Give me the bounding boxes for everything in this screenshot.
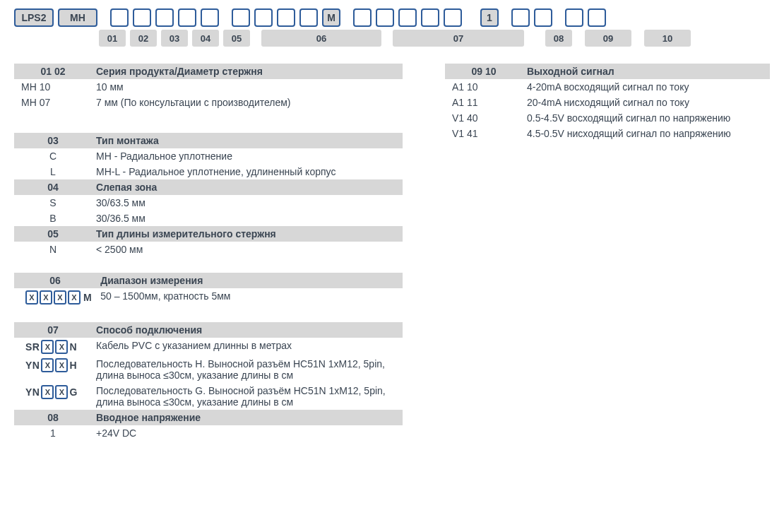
sec07-r2-pre: YN bbox=[25, 360, 40, 371]
section-03: 03Тип монтажа CMH - Радиальное уплотнени… bbox=[14, 133, 403, 179]
sec03-r1v: MH - Радиальное уплотнение bbox=[92, 148, 403, 164]
label-06: 06 bbox=[261, 30, 381, 47]
code-box-1-filled: 1 bbox=[480, 8, 499, 27]
code-box-10 bbox=[277, 8, 295, 27]
sec03-r2v: MH-L - Радиальное уплотнение, удлиненный… bbox=[92, 164, 403, 179]
sec06-hkey: 06 bbox=[14, 273, 96, 288]
sec08-r1k: 1 bbox=[14, 425, 92, 441]
code-box-9 bbox=[254, 8, 273, 27]
sec08-hkey: 08 bbox=[14, 410, 92, 425]
code-box-11 bbox=[299, 8, 318, 27]
sec07-r2-x2: X bbox=[55, 358, 68, 372]
sec05-hkey: 05 bbox=[14, 226, 92, 242]
code-box-22 bbox=[565, 8, 583, 27]
sec0910-r4k: V1 41 bbox=[445, 126, 523, 141]
sec07-r1-post: N bbox=[69, 341, 77, 353]
label-02: 02 bbox=[130, 30, 157, 47]
sec0910-htitle: Выходной сигнал bbox=[523, 64, 770, 79]
code-box-mh: MH bbox=[58, 8, 97, 27]
sec07-r2k: YN X X H bbox=[14, 356, 92, 383]
code-box-lps2: LPS2 bbox=[14, 8, 54, 27]
sec06-r1v: 50 – 1500мм, кратность 5мм bbox=[96, 288, 403, 307]
sec07-r3v: Последовательность G. Выносной разъём HC… bbox=[92, 383, 403, 410]
section-05: 05Тип длины измерительного стержня N< 25… bbox=[14, 226, 403, 257]
sec0102-r2v: 7 мм (По консультации с производителем) bbox=[92, 95, 403, 110]
sec07-r3-x2: X bbox=[55, 385, 68, 399]
sec07-hkey: 07 bbox=[14, 322, 92, 338]
sec06-x2: X bbox=[40, 290, 52, 305]
sec07-r3k: YN X X G bbox=[14, 383, 92, 410]
sec0102-htitle: Серия продукта/Диаметр стержня bbox=[92, 64, 403, 79]
sec04-r2k: B bbox=[14, 211, 92, 226]
sec0910-r4v: 4.5-0.5V нисходящий сигнал по напряжению bbox=[523, 126, 770, 141]
code-box-13 bbox=[353, 8, 372, 27]
sec07-r1-x2: X bbox=[55, 340, 68, 354]
code-box-15 bbox=[398, 8, 417, 27]
section-06: 06Диапазон измерения X X X X M 50 – 1500… bbox=[14, 273, 403, 307]
sec03-r2k: L bbox=[14, 164, 92, 179]
code-boxes-row1: LPS2 MH M 1 bbox=[14, 8, 770, 27]
sec07-r2-post: H bbox=[69, 360, 77, 371]
sec0102-hkey: 01 02 bbox=[14, 64, 92, 79]
label-09: 09 bbox=[585, 30, 631, 47]
sec07-r1-x1: X bbox=[41, 340, 54, 354]
sec04-hkey: 04 bbox=[14, 179, 92, 195]
sec06-x1: X bbox=[25, 290, 38, 305]
sec07-htitle: Способ подключения bbox=[92, 322, 403, 338]
code-box-21 bbox=[534, 8, 552, 27]
sec06-x3: X bbox=[54, 290, 66, 305]
code-box-23 bbox=[588, 8, 606, 27]
sec03-htitle: Тип монтажа bbox=[92, 133, 403, 148]
sec05-htitle: Тип длины измерительного стержня bbox=[92, 226, 403, 242]
sec07-r1k: SR X X N bbox=[14, 338, 92, 356]
sec0910-r1k: A1 10 bbox=[445, 79, 523, 95]
label-04: 04 bbox=[192, 30, 219, 47]
sec06-x4: X bbox=[68, 290, 81, 305]
sec04-r1v: 30/63.5 мм bbox=[92, 195, 403, 211]
code-box-7 bbox=[201, 8, 219, 27]
section-07: 07Способ подключения SR X X N Кабель PVC… bbox=[14, 322, 403, 410]
code-box-m: M bbox=[322, 8, 340, 27]
sec05-r1k: N bbox=[14, 242, 92, 257]
sec03-r1k: C bbox=[14, 148, 92, 164]
section-01-02: 01 02Серия продукта/Диаметр стержня MH 1… bbox=[14, 64, 403, 110]
sec06-htitle: Диапазон измерения bbox=[96, 273, 403, 288]
sec07-r1-pre: SR bbox=[25, 341, 40, 353]
code-box-16 bbox=[421, 8, 439, 27]
sec0102-r1v: 10 мм bbox=[92, 79, 403, 95]
section-09-10: 09 10Выходной сигнал A1 104-20mA восходя… bbox=[445, 64, 770, 141]
sec0910-hkey: 09 10 bbox=[445, 64, 523, 79]
sec0910-r3v: 0.5-4.5V восходящий сигнал по напряжению bbox=[523, 110, 770, 126]
code-box-17 bbox=[444, 8, 462, 27]
sec07-r2-x1: X bbox=[41, 358, 54, 372]
label-08: 08 bbox=[545, 30, 572, 47]
section-08: 08Вводное напряжение 1+24V DC bbox=[14, 410, 403, 441]
label-10: 10 bbox=[644, 30, 691, 47]
sec07-r3-pre: YN bbox=[25, 386, 40, 398]
code-box-5 bbox=[155, 8, 174, 27]
sec0910-r2k: A1 11 bbox=[445, 95, 523, 110]
code-box-20 bbox=[511, 8, 530, 27]
sec08-r1v: +24V DC bbox=[92, 425, 403, 441]
sec03-hkey: 03 bbox=[14, 133, 92, 148]
sec04-r1k: S bbox=[14, 195, 92, 211]
code-box-14 bbox=[376, 8, 394, 27]
sec07-r2v: Последовательность H. Выносной разъём HC… bbox=[92, 356, 403, 383]
sec05-r1v: < 2500 мм bbox=[92, 242, 403, 257]
sec06-r1k: X X X X M bbox=[14, 288, 96, 307]
sec0102-r1k: MH 10 bbox=[14, 79, 92, 95]
code-box-8 bbox=[232, 8, 250, 27]
code-box-4 bbox=[133, 8, 151, 27]
label-03: 03 bbox=[161, 30, 188, 47]
sec0910-r2v: 20-4mA нисходящий сигнал по току bbox=[523, 95, 770, 110]
sec07-r3-post: G bbox=[69, 386, 77, 398]
sec0910-r1v: 4-20mA восходящий сигнал по току bbox=[523, 79, 770, 95]
section-04: 04Слепая зона S30/63.5 мм B30/36.5 мм bbox=[14, 179, 403, 226]
sec06-m: M bbox=[83, 292, 92, 303]
label-05: 05 bbox=[223, 30, 250, 47]
code-box-3 bbox=[110, 8, 129, 27]
sec04-r2v: 30/36.5 мм bbox=[92, 211, 403, 226]
label-07: 07 bbox=[393, 30, 524, 47]
label-01: 01 bbox=[99, 30, 126, 47]
code-labels-row: 01 02 03 04 05 06 07 08 09 10 bbox=[14, 30, 770, 47]
